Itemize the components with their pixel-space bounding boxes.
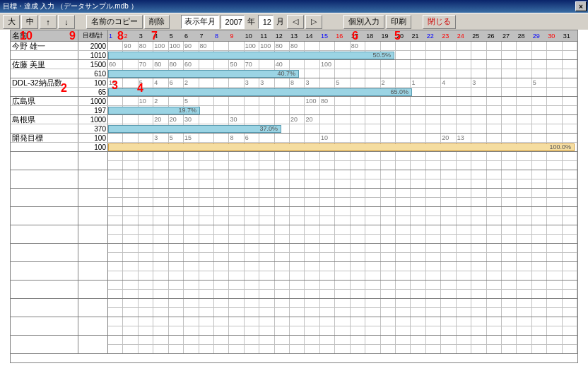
day-cell[interactable]	[229, 42, 244, 50]
day-cell[interactable]: 100	[245, 42, 259, 50]
size-mid-button[interactable]: 中	[21, 15, 38, 29]
day-cell[interactable]: 3	[305, 78, 319, 87]
prev-month-button[interactable]: ◁	[287, 15, 304, 29]
day-cell[interactable]	[502, 134, 517, 142]
day-cell[interactable]	[532, 97, 547, 105]
day-cell[interactable]	[547, 42, 562, 50]
day-cell[interactable]	[471, 115, 486, 124]
goal-row[interactable]: 島根県1000202030302020	[11, 115, 577, 124]
day-cell[interactable]: 10	[320, 134, 335, 142]
empty-row[interactable]	[11, 281, 577, 299]
day-cell[interactable]	[563, 60, 577, 69]
row-goal[interactable]: 1000	[78, 97, 108, 105]
empty-name[interactable]	[11, 281, 78, 298]
row-goal[interactable]: 100	[78, 134, 108, 142]
empty-name[interactable]	[11, 225, 78, 243]
day-cell[interactable]: 4	[153, 78, 168, 87]
row-name[interactable]: 島根県	[11, 115, 78, 124]
day-cell[interactable]	[532, 42, 547, 50]
day-cell[interactable]	[351, 134, 365, 142]
day-cell[interactable]	[411, 42, 425, 50]
day-cell[interactable]	[320, 42, 335, 50]
day-cell[interactable]	[305, 60, 319, 69]
day-cell[interactable]: 80	[320, 97, 335, 105]
individual-input-button[interactable]: 個別入力	[343, 15, 384, 29]
day-cell[interactable]: 70	[245, 60, 259, 69]
move-down-button[interactable]: ↓	[58, 15, 75, 29]
day-cell[interactable]	[335, 134, 350, 142]
day-cell[interactable]: 10	[139, 97, 153, 105]
day-cell[interactable]: 4	[441, 78, 456, 87]
day-cell[interactable]	[365, 60, 380, 69]
day-cell[interactable]: 3	[245, 78, 259, 87]
close-button[interactable]: 閉じる	[423, 15, 456, 29]
empty-name[interactable]	[11, 189, 78, 206]
row-goal[interactable]: 1500	[78, 60, 108, 69]
day-cell[interactable]	[471, 134, 486, 142]
day-cell[interactable]	[517, 60, 531, 69]
empty-row[interactable]	[11, 262, 577, 281]
day-cell[interactable]	[517, 42, 531, 50]
day-cell[interactable]	[487, 115, 502, 124]
day-cell[interactable]	[229, 78, 244, 87]
day-cell[interactable]	[487, 42, 502, 50]
day-cell[interactable]	[320, 78, 335, 87]
day-cell[interactable]	[411, 115, 425, 124]
day-cell[interactable]	[517, 115, 531, 124]
day-cell[interactable]	[305, 42, 319, 50]
goal-row[interactable]: 開発目標100351586102013	[11, 134, 577, 143]
day-cell[interactable]: 90	[123, 42, 138, 50]
day-cell[interactable]: 70	[139, 60, 153, 69]
day-cell[interactable]: 2	[381, 78, 396, 87]
day-cell[interactable]	[351, 97, 365, 105]
day-cell[interactable]	[335, 115, 350, 124]
day-cell[interactable]: 2	[153, 97, 168, 105]
day-cell[interactable]	[517, 134, 531, 142]
empty-row[interactable]	[11, 299, 577, 317]
day-cell[interactable]	[275, 115, 290, 124]
day-cell[interactable]: 5	[169, 134, 184, 142]
row-name[interactable]: DDL-32納品数	[11, 78, 78, 87]
day-cell[interactable]	[457, 78, 471, 87]
day-cell[interactable]	[396, 42, 411, 50]
day-cell[interactable]	[169, 97, 184, 105]
day-cell[interactable]	[108, 134, 123, 142]
day-cell[interactable]	[487, 78, 502, 87]
empty-name[interactable]	[11, 262, 78, 280]
day-cell[interactable]	[502, 97, 517, 105]
day-cell[interactable]: 100	[169, 42, 184, 50]
day-cell[interactable]: 20	[305, 115, 319, 124]
day-cell[interactable]	[441, 115, 456, 124]
empty-goal[interactable]	[78, 281, 108, 298]
day-cell[interactable]	[547, 115, 562, 124]
day-cell[interactable]	[335, 42, 350, 50]
day-cell[interactable]	[365, 97, 380, 105]
day-cell[interactable]	[108, 115, 123, 124]
empty-row[interactable]	[11, 317, 577, 336]
day-cell[interactable]	[502, 115, 517, 124]
empty-name[interactable]	[11, 207, 78, 225]
day-cell[interactable]	[123, 78, 138, 87]
day-cell[interactable]	[411, 60, 425, 69]
day-cell[interactable]: 5	[184, 97, 199, 105]
year-input[interactable]	[220, 15, 245, 29]
day-cell[interactable]	[123, 115, 138, 124]
day-cell[interactable]	[139, 134, 153, 142]
empty-goal[interactable]	[78, 244, 108, 261]
row-name[interactable]: 今野 雄一	[11, 42, 78, 50]
day-cell[interactable]	[441, 97, 456, 105]
empty-goal[interactable]	[78, 336, 108, 353]
day-cell[interactable]: 80	[169, 60, 184, 69]
goal-row[interactable]: 広島県1000102510080	[11, 97, 577, 106]
day-cell[interactable]: 20	[169, 115, 184, 124]
day-cell[interactable]	[502, 78, 517, 87]
day-cell[interactable]	[396, 115, 411, 124]
delete-button[interactable]: 削除	[144, 15, 170, 29]
day-cell[interactable]	[139, 115, 153, 124]
day-cell[interactable]: 5	[335, 78, 350, 87]
day-cell[interactable]	[547, 78, 562, 87]
day-cell[interactable]	[214, 97, 229, 105]
day-cell[interactable]	[214, 78, 229, 87]
month-input[interactable]	[258, 15, 274, 29]
day-cell[interactable]: 80	[199, 42, 214, 50]
